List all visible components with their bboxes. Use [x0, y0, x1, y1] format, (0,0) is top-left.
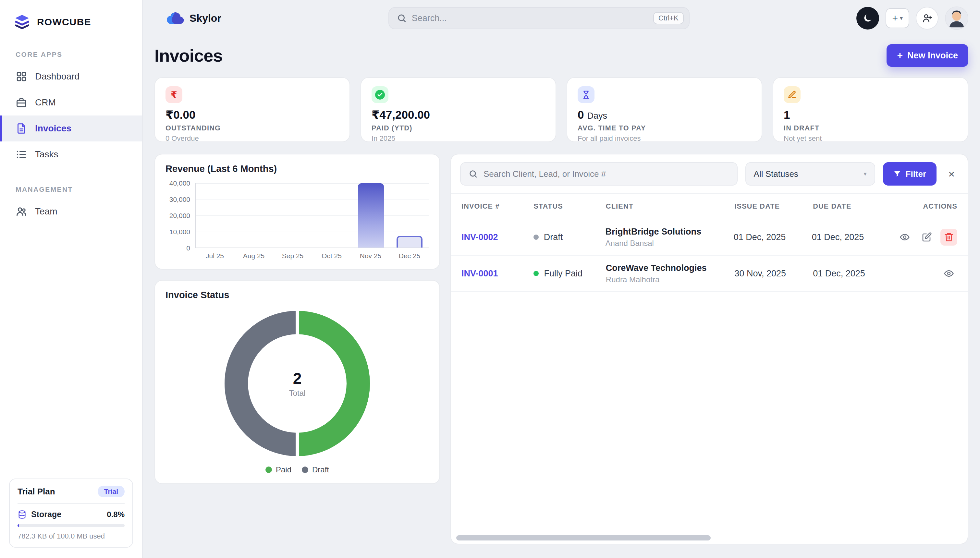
invoice-link[interactable]: INV-0002 — [461, 232, 534, 242]
table-search[interactable] — [460, 162, 738, 185]
storage-percent: 0.8% — [107, 510, 125, 519]
revenue-bar — [397, 236, 422, 248]
stat-value: 1 — [784, 108, 957, 121]
invoice-status-title: Invoice Status — [166, 290, 429, 300]
y-axis: 40,000 30,000 20,000 10,000 0 — [166, 183, 195, 248]
plan-card: Trial Plan Trial Storage 0.8% 782.3 KB o… — [9, 479, 133, 548]
status-badge: Draft — [534, 232, 606, 242]
invoice-list-panel: All Statuses ▾ Filter × INVOICE # STATUS… — [450, 154, 969, 544]
main-content: Skylor Ctrl+K +▾ — [143, 0, 980, 558]
brand-logo: ROWCUBE — [0, 10, 142, 33]
client-cell: BrightBridge Solutions Anand Bansal — [605, 227, 734, 248]
legend-dot — [302, 466, 308, 473]
donut-center: 2 Total — [248, 334, 346, 433]
stat-label: OUTSTANDING — [166, 124, 339, 132]
topbar-actions: +▾ — [856, 7, 969, 30]
user-avatar[interactable] — [945, 7, 969, 30]
donut-total: 2 — [293, 369, 302, 387]
sidebar-item-label: Dashboard — [35, 71, 79, 82]
invite-user-button[interactable] — [916, 7, 939, 30]
sidebar-item-dashboard[interactable]: Dashboard — [0, 64, 142, 90]
moon-icon — [862, 13, 873, 23]
storage-label: Storage — [31, 510, 61, 519]
col-actions: ACTIONS — [923, 202, 957, 210]
sidebar-item-team[interactable]: Team — [0, 199, 142, 225]
stat-card-in-draft: 1 IN DRAFT Not yet sent — [773, 77, 969, 142]
x-axis-labels: Jul 25 Aug 25 Sep 25 Oct 25 Nov 25 Dec 2… — [195, 252, 429, 260]
chevron-down-icon: ▾ — [900, 15, 903, 22]
chevron-down-icon: ▾ — [864, 170, 867, 177]
briefcase-icon — [16, 97, 27, 108]
close-icon[interactable]: × — [944, 166, 959, 182]
core-apps-nav: Dashboard CRM Invoices Tasks — [0, 64, 142, 167]
stat-sub: For all paid invoices — [578, 134, 751, 143]
sidebar: ROWCUBE CORE APPS Dashboard CRM Invoices… — [0, 0, 143, 558]
rupee-icon: ₹ — [166, 86, 182, 103]
stat-card-avg-time-to-pay: 0Days AVG. TIME TO PAY For all paid invo… — [566, 77, 762, 142]
col-status: STATUS — [534, 202, 606, 210]
divider — [18, 503, 125, 504]
stat-label: AVG. TIME TO PAY — [578, 124, 751, 132]
legend-item-draft: Draft — [302, 465, 329, 474]
global-search-input[interactable] — [412, 13, 648, 23]
horizontal-scrollbar — [455, 535, 964, 540]
stat-sub: 0 Overdue — [166, 134, 339, 143]
invoice-link[interactable]: INV-0001 — [461, 269, 534, 279]
table-row: INV-0001 Fully Paid CoreWave Technologie… — [451, 256, 968, 292]
client-cell: CoreWave Technologies Rudra Malhotra — [606, 263, 735, 284]
donut-total-label: Total — [289, 389, 306, 398]
nav-section-management: MANAGEMENT — [16, 185, 142, 194]
brand-name: ROWCUBE — [37, 16, 91, 28]
col-due-date: DUE DATE — [813, 202, 898, 210]
storage-progress-fill — [18, 524, 19, 527]
pencil-icon — [784, 86, 801, 103]
storage-progress-bar — [18, 524, 125, 527]
revenue-chart-title: Revenue (Last 6 Months) — [166, 164, 429, 174]
legend-dot — [266, 466, 272, 473]
view-invoice-button[interactable] — [896, 229, 913, 246]
topbar: Skylor Ctrl+K +▾ — [154, 0, 969, 36]
management-nav: Team — [0, 199, 142, 225]
donut-legend: Paid Draft — [166, 465, 429, 474]
check-icon — [371, 86, 388, 103]
status-dot — [534, 235, 539, 240]
status-badge: Fully Paid — [534, 269, 606, 279]
trash-icon — [944, 232, 954, 242]
sidebar-item-tasks[interactable]: Tasks — [0, 141, 142, 167]
filter-button[interactable]: Filter — [883, 162, 937, 185]
legend-item-paid: Paid — [266, 465, 291, 474]
col-client: CLIENT — [606, 202, 735, 210]
stat-value: ₹47,200.00 — [371, 108, 545, 121]
view-invoice-button[interactable] — [941, 265, 957, 282]
checklist-icon — [16, 149, 27, 160]
revenue-card: Revenue (Last 6 Months) 40,000 30,000 20… — [154, 154, 440, 269]
scrollbar-thumb[interactable] — [456, 535, 711, 540]
table-search-input[interactable] — [484, 169, 729, 179]
stat-sub: Not yet sent — [784, 134, 957, 143]
quick-create-button[interactable]: +▾ — [886, 8, 909, 28]
eye-icon — [944, 268, 954, 279]
issue-date: 01 Dec, 2025 — [734, 232, 812, 242]
status-filter-select[interactable]: All Statuses ▾ — [745, 162, 875, 185]
page-header: Invoices + New Invoice — [154, 44, 969, 67]
edit-invoice-button[interactable] — [918, 229, 935, 246]
sidebar-item-label: Team — [35, 206, 57, 217]
stat-label: IN DRAFT — [784, 124, 957, 132]
users-icon — [16, 206, 27, 217]
stat-value: ₹0.00 — [166, 108, 339, 121]
revenue-bar — [358, 183, 384, 248]
dark-mode-toggle[interactable] — [856, 7, 879, 30]
global-search[interactable]: Ctrl+K — [388, 7, 689, 29]
funnel-icon — [893, 170, 901, 178]
user-plus-icon — [922, 13, 932, 24]
due-date: 01 Dec, 2025 — [812, 232, 896, 242]
invoice-status-card: Invoice Status 2 Total Paid — [154, 280, 440, 484]
sidebar-item-crm[interactable]: CRM — [0, 90, 142, 115]
stat-card-paid-ytd: ₹47,200.00 PAID (YTD) In 2025 — [361, 77, 556, 142]
sidebar-item-invoices[interactable]: Invoices — [0, 115, 142, 141]
delete-invoice-button[interactable] — [941, 229, 957, 246]
new-invoice-button[interactable]: + New Invoice — [886, 44, 969, 67]
workspace: Skylor — [166, 11, 221, 25]
stat-card-outstanding: ₹ ₹0.00 OUTSTANDING 0 Overdue — [154, 77, 350, 142]
stat-label: PAID (YTD) — [371, 124, 545, 132]
